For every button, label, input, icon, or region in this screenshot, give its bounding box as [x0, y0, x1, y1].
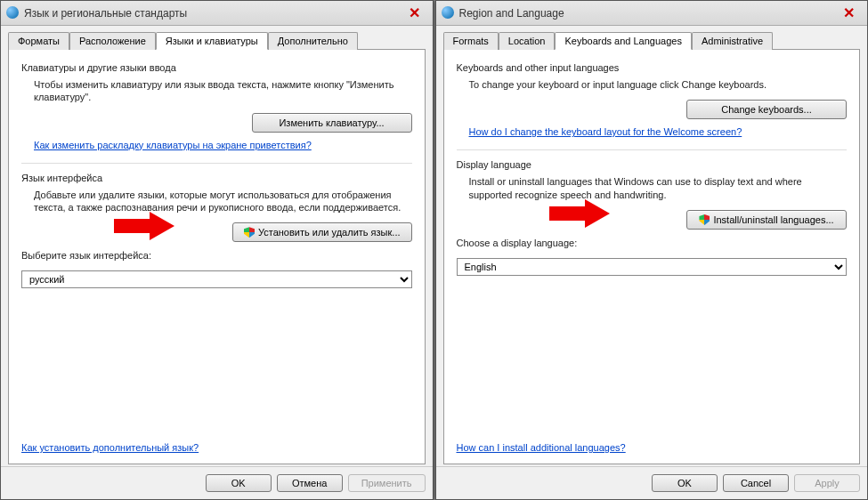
- divider: [457, 149, 848, 150]
- tab-administrative[interactable]: Administrative: [692, 32, 773, 50]
- content: Форматы Расположение Языки и клавиатуры …: [1, 26, 433, 466]
- display-language-label: Язык интерфейса: [21, 173, 412, 183]
- tab-location[interactable]: Расположение: [69, 32, 156, 50]
- content: Formats Location Keyboards and Languages…: [436, 26, 868, 466]
- tab-administrative[interactable]: Дополнительно: [268, 32, 358, 50]
- display-language-select[interactable]: русский: [21, 270, 412, 288]
- apply-button[interactable]: Применить: [348, 474, 426, 492]
- globe-icon: [442, 6, 454, 20]
- ok-button[interactable]: OK: [206, 474, 272, 492]
- window-title: Язык и региональные стандарты: [24, 7, 402, 20]
- change-keyboards-button[interactable]: Change keyboards...: [686, 100, 847, 119]
- choose-language-label: Выберите язык интерфейса:: [21, 249, 412, 262]
- display-language-text: Install or uninstall languages that Wind…: [469, 175, 848, 201]
- dialog-left: Язык и региональные стандарты ✕ Форматы …: [0, 0, 434, 500]
- tab-keyboards[interactable]: Keyboards and Languages: [555, 32, 692, 50]
- button-bar: OK Отмена Применить: [1, 466, 433, 499]
- titlebar: Язык и региональные стандарты ✕: [1, 1, 433, 26]
- welcome-screen-link[interactable]: Как изменить раскладку клавиатуры на экр…: [34, 140, 412, 150]
- keyboards-section-text: Чтобы изменить клавиатуру или язык ввода…: [34, 78, 412, 104]
- svg-marker-0: [114, 212, 174, 240]
- install-languages-button[interactable]: Установить или удалить язык...: [232, 222, 412, 242]
- close-icon[interactable]: ✕: [402, 4, 427, 21]
- tab-bar: Formats Location Keyboards and Languages…: [443, 31, 861, 50]
- window-title: Region and Language: [459, 7, 837, 20]
- close-icon[interactable]: ✕: [836, 4, 862, 21]
- cancel-button[interactable]: Cancel: [723, 474, 789, 492]
- dialog-right: Region and Language ✕ Formats Location K…: [435, 0, 869, 500]
- arrow-annotation-icon: [549, 199, 612, 237]
- globe-icon: [6, 6, 19, 20]
- tab-formats[interactable]: Formats: [443, 32, 499, 50]
- install-additional-link[interactable]: How can I install additional languages?: [457, 442, 848, 453]
- keyboards-section-label: Клавиатуры и другие языки ввода: [21, 62, 412, 73]
- tab-panel: Keyboards and other input languages To c…: [443, 50, 861, 464]
- change-keyboards-button[interactable]: Изменить клавиатуру...: [252, 113, 412, 133]
- install-btn-label: Установить или удалить язык...: [258, 227, 401, 238]
- ok-button[interactable]: OK: [652, 474, 718, 492]
- cancel-button[interactable]: Отмена: [277, 474, 343, 492]
- tab-bar: Форматы Расположение Языки и клавиатуры …: [8, 31, 426, 50]
- tab-formats[interactable]: Форматы: [8, 32, 69, 50]
- arrow-annotation-icon: [114, 212, 176, 249]
- choose-language-label: Choose a display language:: [457, 237, 848, 249]
- uac-shield-icon: [699, 214, 710, 225]
- welcome-screen-link[interactable]: How do I change the keyboard layout for …: [469, 126, 848, 137]
- tab-panel: Клавиатуры и другие языки ввода Чтобы из…: [8, 50, 426, 464]
- display-language-label: Display language: [457, 159, 848, 170]
- display-language-text: Добавьте или удалите языки, которые могу…: [34, 189, 412, 214]
- apply-button[interactable]: Apply: [794, 474, 860, 492]
- display-language-select[interactable]: English: [457, 258, 848, 276]
- divider: [21, 163, 412, 164]
- install-btn-label: Install/uninstall languages...: [713, 214, 833, 225]
- keyboards-section-label: Keyboards and other input languages: [457, 62, 848, 73]
- tab-location[interactable]: Location: [499, 32, 556, 50]
- keyboards-section-text: To change your keyboard or input languag…: [469, 78, 848, 91]
- uac-shield-icon: [244, 227, 255, 238]
- tab-keyboards[interactable]: Языки и клавиатуры: [156, 32, 268, 50]
- titlebar: Region and Language ✕: [436, 1, 868, 26]
- install-languages-button[interactable]: Install/uninstall languages...: [686, 210, 847, 230]
- button-bar: OK Cancel Apply: [436, 466, 868, 499]
- svg-marker-1: [549, 199, 610, 228]
- install-additional-link[interactable]: Как установить дополнительный язык?: [21, 442, 412, 453]
